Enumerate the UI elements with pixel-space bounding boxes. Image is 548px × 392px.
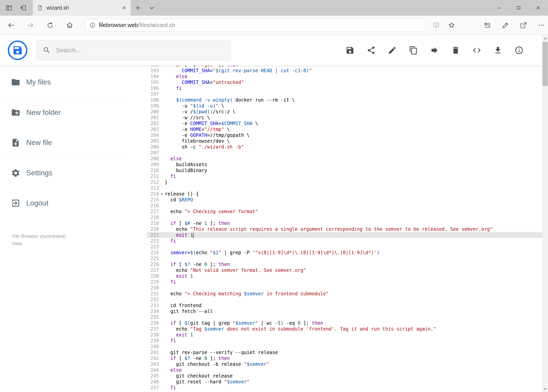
code-line[interactable]: 219 if [ $# -ne 1 ]; then — [147, 220, 542, 226]
download-button[interactable] — [493, 46, 502, 55]
code-line[interactable]: 194 else — [147, 74, 542, 79]
code-line[interactable]: 232 — [147, 297, 542, 302]
code-line[interactable]: 222 fi — [147, 238, 542, 244]
code-line[interactable]: 231 echo "> Checking matching $semver in… — [147, 291, 542, 297]
code-editor[interactable]: 192 if [ -d ".git" ]; then193 COMMIT_SHA… — [147, 66, 542, 392]
copy-button[interactable] — [409, 46, 418, 55]
code-line[interactable]: 225 — [147, 256, 542, 261]
browser-tab[interactable]: wizard.sh — [33, 0, 131, 16]
code-line[interactable]: 234 git fetch --all — [147, 308, 542, 314]
code-line[interactable]: 240 — [147, 344, 542, 350]
fold-marker-icon[interactable]: ▾ — [159, 191, 165, 197]
forward-icon[interactable] — [27, 21, 35, 29]
code-line[interactable]: 230 — [147, 285, 542, 291]
code-line[interactable]: 206 sh -c "./wizard.sh -b" — [147, 144, 542, 150]
page-scrollbar[interactable]: ▲ ▼ — [542, 35, 548, 392]
sidebar-item-my-files[interactable]: My files — [0, 67, 147, 97]
set-tabs-aside-icon[interactable] — [16, 0, 30, 16]
refresh-icon[interactable] — [46, 21, 54, 29]
code-line[interactable]: 233 cd frontend — [147, 302, 542, 308]
code-line[interactable]: 236 if [ $(git tag | grep "$semver" | wc… — [147, 320, 542, 326]
code-line[interactable]: 228 exit 1 — [147, 273, 542, 279]
tabs-preview-icon[interactable] — [2, 0, 16, 16]
code-line[interactable]: 242 if [ $? -ne 0 ]; then — [147, 355, 542, 361]
code-line[interactable]: 243 git checkout -b release "$semver" — [147, 361, 542, 367]
code-line[interactable]: 224 semver=$(echo "$1" | grep -P '^v(0|[… — [147, 250, 542, 256]
code-line[interactable]: 220 echo "This release script requires a… — [147, 226, 542, 232]
tab-close-icon[interactable] — [122, 5, 127, 10]
code-line[interactable]: 238 exit 1 — [147, 332, 542, 338]
code-line[interactable]: 221 exit 1 — [147, 232, 542, 238]
code-line[interactable]: 199 -u "$(id -u)" \ — [147, 103, 542, 109]
code-line[interactable]: 203 -e HOME="//tmp" \ — [147, 126, 542, 132]
code-line[interactable]: 216 — [147, 203, 542, 209]
code-line[interactable]: 200 -v /$(pwd):/src:z \ — [147, 109, 542, 115]
sidebar-item-new-file[interactable]: New file — [0, 128, 147, 158]
code-line[interactable]: 239 fi — [147, 338, 542, 344]
code-line[interactable]: 198 $(command -v winpty) docker run --rm… — [147, 97, 542, 103]
code-line[interactable]: 227 echo "Not valid semver format. See s… — [147, 267, 542, 273]
code-line[interactable]: 205 filebrowser/dev \ — [147, 138, 542, 144]
scroll-down-icon[interactable]: ▼ — [542, 386, 548, 392]
code-line[interactable]: 235 — [147, 314, 542, 320]
code-line[interactable]: 210 buildBinary — [147, 168, 542, 173]
code-line[interactable]: 229 fi — [147, 279, 542, 285]
code-line[interactable]: 208 else — [147, 156, 542, 162]
code-line[interactable]: 204 -e GOPATH=//tmp/gopath \ — [147, 132, 542, 138]
code-line[interactable]: 212} — [147, 179, 542, 185]
sidebar-item-logout[interactable]: Logout — [0, 188, 147, 218]
code-line[interactable]: 237 echo "Tag $semver does not exist in … — [147, 326, 542, 332]
code-line[interactable]: 214▾release () { — [147, 191, 542, 197]
code-line[interactable]: 202 -e COMMIT_SHA=$COMMIT_SHA \ — [147, 120, 542, 126]
sidebar-item-settings[interactable]: Settings — [0, 158, 147, 188]
code-line[interactable]: 213 — [147, 185, 542, 191]
share-icon[interactable] — [520, 21, 527, 29]
code-line[interactable]: 211 fi — [147, 173, 542, 179]
web-note-pen-icon[interactable] — [501, 21, 509, 29]
search-box[interactable] — [36, 40, 231, 61]
filebrowser-logo-icon[interactable] — [8, 41, 28, 60]
raw-code-button[interactable] — [472, 46, 481, 55]
code-line[interactable]: 197 — [147, 91, 542, 97]
code-line[interactable]: 223 — [147, 244, 542, 250]
scroll-up-icon[interactable]: ▲ — [542, 35, 548, 41]
maximize-icon[interactable] — [509, 0, 528, 16]
move-button[interactable] — [430, 46, 439, 55]
code-line[interactable]: 247 fi — [147, 385, 542, 391]
tab-chevron-icon[interactable] — [145, 0, 159, 16]
close-icon[interactable] — [528, 0, 548, 16]
more-icon[interactable] — [537, 21, 545, 29]
code-line[interactable]: 195 COMMIT_SHA="untracked" — [147, 79, 542, 85]
favorite-star-icon[interactable] — [446, 16, 458, 35]
save-button[interactable] — [346, 46, 354, 55]
site-info-icon[interactable] — [90, 22, 96, 28]
back-icon[interactable] — [7, 21, 15, 29]
code-line[interactable]: 215 cd $REPO — [147, 197, 542, 203]
scrollbar-thumb[interactable] — [542, 42, 548, 86]
share-button[interactable] — [367, 46, 376, 55]
code-line[interactable]: 192 if [ -d ".git" ]; then — [147, 66, 542, 68]
code-line[interactable]: 209 buildAssets — [147, 162, 542, 168]
delete-button[interactable] — [451, 46, 460, 55]
code-line[interactable]: 193 COMMIT_SHA="$(git rev-parse HEAD | c… — [147, 68, 542, 74]
info-button[interactable] — [514, 46, 524, 55]
search-input[interactable] — [56, 47, 231, 54]
hub-icon[interactable] — [483, 21, 491, 29]
code-line[interactable]: 244 else — [147, 367, 542, 373]
code-line[interactable]: 201 -w //src \ — [147, 115, 542, 120]
code-line[interactable]: 245 git checkout release — [147, 373, 542, 379]
url-text[interactable]: filebrowser.web/files/wizard.sh — [99, 22, 425, 28]
code-line[interactable]: 246 git reset --hard "$semver" — [147, 379, 542, 385]
sidebar-item-new-folder[interactable]: New folder — [0, 98, 147, 128]
code-line[interactable]: 241 git rev-parse --verify --quiet relea… — [147, 350, 542, 355]
address-bar[interactable]: filebrowser.web/files/wizard.sh — [85, 19, 425, 32]
code-line[interactable]: 217 echo "> Checking semver format" — [147, 209, 542, 215]
help-link[interactable]: Help — [12, 240, 66, 247]
code-line[interactable]: 218 — [147, 215, 542, 220]
home-icon[interactable] — [66, 21, 74, 29]
rename-button[interactable] — [388, 46, 397, 55]
minimize-icon[interactable] — [489, 0, 509, 16]
code-line[interactable]: 226 if [ $? -ne 0 ]; then — [147, 261, 542, 267]
reading-view-icon[interactable] — [430, 16, 442, 35]
new-tab-icon[interactable] — [131, 0, 145, 16]
